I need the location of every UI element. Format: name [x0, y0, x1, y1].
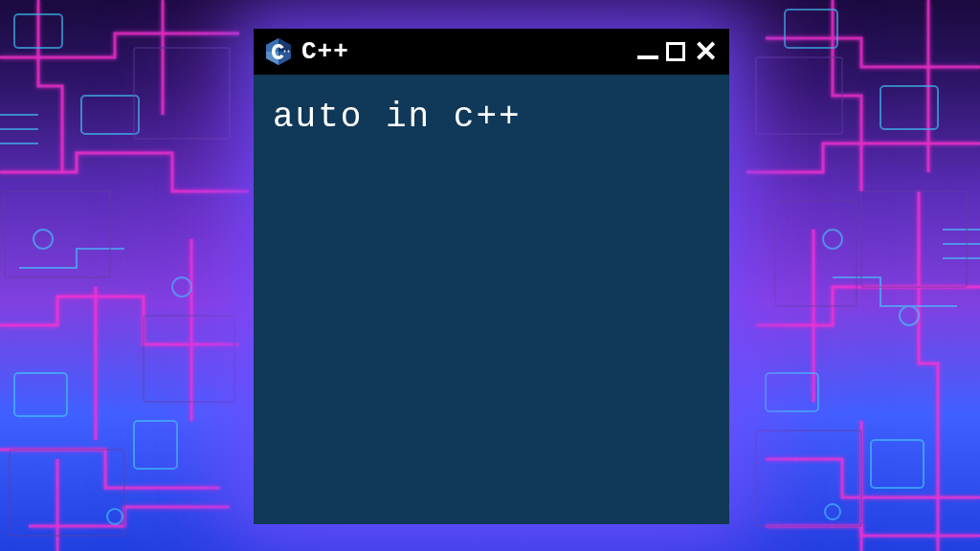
window-title: C++	[301, 37, 349, 66]
content-text: auto in c++	[273, 98, 710, 137]
svg-rect-17	[861, 191, 967, 287]
svg-point-8	[33, 230, 53, 249]
svg-rect-7	[871, 440, 924, 488]
app-window: + + C++ ✕ auto in c++	[254, 29, 729, 524]
svg-rect-6	[766, 373, 818, 411]
svg-point-11	[900, 306, 919, 325]
svg-rect-16	[756, 57, 842, 134]
window-controls: ✕	[637, 42, 718, 61]
svg-rect-14	[5, 191, 110, 277]
minimize-button[interactable]	[637, 55, 658, 59]
svg-point-12	[107, 509, 122, 524]
close-button[interactable]: ✕	[694, 42, 718, 61]
svg-point-9	[172, 277, 191, 297]
titlebar[interactable]: + + C++ ✕	[254, 29, 729, 75]
svg-rect-19	[756, 430, 861, 526]
maximize-button[interactable]	[666, 42, 685, 61]
svg-rect-21	[775, 201, 857, 306]
svg-point-10	[823, 230, 842, 249]
svg-text:+: +	[283, 48, 286, 54]
svg-rect-15	[134, 48, 230, 139]
svg-rect-3	[134, 421, 177, 469]
svg-rect-4	[785, 10, 837, 48]
window-content: auto in c++	[254, 75, 729, 524]
svg-text:+: +	[287, 48, 290, 54]
svg-rect-20	[144, 316, 234, 402]
svg-point-13	[825, 504, 840, 519]
svg-rect-18	[10, 450, 124, 536]
svg-rect-1	[81, 96, 139, 134]
svg-rect-2	[14, 373, 67, 416]
cpp-hexagon-icon: + +	[265, 37, 292, 66]
